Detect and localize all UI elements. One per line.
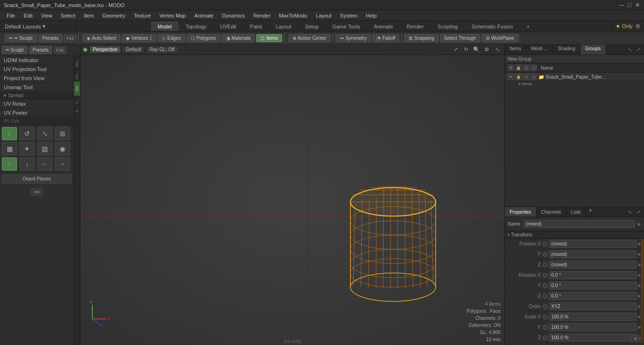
props-radio-pos-z[interactable] — [543, 263, 547, 267]
tab-paint[interactable]: Paint — [243, 22, 268, 31]
props-radio-scale-y[interactable] — [543, 325, 547, 330]
menu-vertex-map[interactable]: Vertex Map — [156, 12, 190, 19]
minimize-button[interactable]: ─ — [619, 1, 624, 9]
viewport-raygl-button[interactable]: Ray GL: Off — [147, 46, 178, 53]
tool-grid-btn-2[interactable]: ↺ — [19, 127, 35, 140]
rp-col-render-icon[interactable]: ◎ — [530, 64, 537, 71]
viewport-maximize-icon[interactable]: ⤡ — [493, 45, 501, 54]
menu-layout[interactable]: Layout — [312, 12, 335, 19]
props-radio-rot-y[interactable] — [543, 283, 547, 288]
edges-button[interactable]: ◇ Edges — [158, 34, 185, 42]
sculpt-mode-button[interactable]: ✏ Sculpt — [2, 46, 27, 54]
spread-header[interactable]: ▾ Spread — [0, 92, 73, 100]
tab-scripting[interactable]: Scripting — [431, 22, 465, 31]
tab-properties[interactable]: Properties — [505, 207, 537, 217]
props-field-scale-x[interactable]: 100.0 % — [549, 313, 637, 321]
menu-texture[interactable]: Texture — [130, 12, 155, 19]
tab-shading[interactable]: Shading — [553, 45, 581, 54]
strip-f[interactable]: F... — [74, 106, 80, 113]
rp-col-snap-icon[interactable]: ⊡ — [523, 64, 529, 71]
rp-group-row-1[interactable]: 👁 🔒 ⊡ ◎ 📁 Snack_Small_Paper_Tube... — [505, 73, 644, 82]
vertices-button[interactable]: ◆ Vertices 1 — [122, 34, 156, 42]
props-radio-order[interactable] — [543, 304, 547, 309]
rp-lock-icon-1[interactable]: 🔒 — [515, 73, 522, 80]
props-field-pos-y[interactable]: (mixed) — [549, 250, 637, 258]
props-radio-rot-z[interactable] — [543, 294, 547, 299]
tab-channels[interactable]: Channels — [537, 207, 566, 217]
menu-edit[interactable]: Edit — [20, 12, 36, 19]
viewport-settings-icon[interactable]: ⚙ — [483, 45, 491, 54]
props-radio-pos-x[interactable] — [543, 242, 547, 246]
tool-grid-btn-4[interactable]: ⊞ — [55, 127, 70, 140]
orient-pieces-button[interactable]: Orient Pieces — [2, 174, 72, 183]
rp-expand-icon[interactable]: ⤡ — [626, 46, 634, 54]
default-layouts-dropdown[interactable]: Default Layouts ▾ — [0, 21, 76, 32]
props-expand-icon[interactable]: ⤡ — [626, 208, 634, 216]
items-button[interactable]: ⬡ Items — [256, 34, 282, 42]
tab-game-tools[interactable]: Game Tools — [326, 22, 367, 31]
tool-grid-btn-6[interactable]: ✦ — [19, 142, 35, 155]
props-add-button[interactable]: + — [586, 207, 595, 217]
props-field-pos-z[interactable]: (mixed) — [549, 261, 637, 269]
falloff-button[interactable]: ◔ Falloff — [372, 34, 399, 42]
select-through-button[interactable]: Select Through — [440, 34, 481, 42]
tool-grid-btn-8[interactable]: ◉ — [55, 142, 70, 155]
close-button[interactable]: ✕ — [635, 1, 640, 9]
menu-render[interactable]: Render — [250, 12, 274, 19]
menu-system[interactable]: System — [336, 12, 361, 19]
tool-grid-btn-12[interactable]: → — [55, 157, 70, 171]
tool-uv-relax[interactable]: UV Relax — [0, 100, 73, 109]
viewport-fit-icon[interactable]: ⤢ — [451, 45, 460, 54]
symmetry-button[interactable]: ⇔ Symmetry — [336, 34, 371, 42]
props-radio-rot-x[interactable] — [543, 273, 547, 278]
tool-uv-projection[interactable]: UV Projection Tool — [0, 65, 73, 74]
menu-animate[interactable]: Animate — [190, 12, 217, 19]
props-resize-icon[interactable]: ⤢ — [635, 208, 642, 216]
rp-col-lock-icon[interactable]: 🔒 — [515, 64, 522, 71]
viewport-perspective-button[interactable]: Perspective — [90, 46, 120, 53]
menu-geometry[interactable]: Geometry — [98, 12, 129, 19]
polygons-button[interactable]: ⬡ Polygons — [187, 34, 220, 42]
tool-grid-btn-1[interactable]: ↕ — [2, 127, 17, 140]
workplane-button[interactable]: ⊟ WorkPlane — [482, 34, 519, 42]
tab-schematic-fusion[interactable]: Schematic Fusion — [465, 22, 519, 31]
viewport-default-button[interactable]: Default — [123, 46, 144, 53]
props-field-pos-x[interactable]: (mixed) — [549, 240, 637, 248]
tab-mesh[interactable]: Mesh ... — [526, 45, 553, 54]
tool-uv-peeler[interactable]: UV Peeler — [0, 109, 73, 118]
tab-lists[interactable]: Lists — [566, 207, 586, 217]
props-field-rot-z[interactable]: 0.0 ° — [549, 292, 637, 300]
props-field-rot-x[interactable]: 0.0 ° — [549, 271, 637, 279]
tool-grid-btn-11[interactable]: ← — [37, 157, 53, 171]
tool-grid-btn-9[interactable]: ↑ — [2, 157, 17, 171]
rp-eye-icon-1[interactable]: 👁 — [508, 73, 514, 80]
new-group-button[interactable]: New Group — [505, 55, 644, 64]
tab-add[interactable]: + — [520, 22, 536, 31]
props-radio-scale-z[interactable] — [543, 336, 547, 340]
props-name-value[interactable]: (mixed) — [523, 220, 635, 228]
strip-c[interactable]: C... — [74, 97, 80, 105]
tool-grid-btn-3[interactable]: ⤡ — [37, 127, 53, 140]
scroll-down-button[interactable]: ▼ — [631, 336, 640, 342]
strip-me[interactable]: Me... — [74, 58, 80, 68]
tab-setup[interactable]: Setup — [298, 22, 325, 31]
sculpt-button[interactable]: ✏ ✏ Sculpt — [5, 34, 37, 42]
menu-item[interactable]: Item — [80, 12, 98, 19]
tab-render[interactable]: Render — [400, 22, 430, 31]
tab-topology[interactable]: Topology — [179, 22, 213, 31]
tab-groups[interactable]: Groups — [581, 45, 606, 54]
menu-help[interactable]: Help — [362, 12, 381, 19]
props-radio-scale-x[interactable] — [543, 315, 547, 319]
tool-grid-btn-7[interactable]: ▧ — [37, 142, 53, 155]
tab-items[interactable]: Items — [505, 45, 526, 54]
tool-project-from-view[interactable]: Project from View — [0, 74, 73, 83]
auto-select-button[interactable]: ◈ Auto Select — [82, 34, 120, 42]
tab-layout[interactable]: Layout — [269, 22, 298, 31]
viewport-refresh-icon[interactable]: ↻ — [462, 45, 470, 54]
rp-resize-icon[interactable]: ⤢ — [635, 46, 642, 54]
rp-render-icon-1[interactable]: ◎ — [530, 73, 537, 80]
menu-dynamics[interactable]: Dynamics — [218, 12, 249, 19]
rp-snap-icon-1[interactable]: ⊡ — [523, 73, 529, 80]
f16-key[interactable]: F16 — [64, 35, 76, 42]
tab-animate[interactable]: Animate — [367, 22, 399, 31]
